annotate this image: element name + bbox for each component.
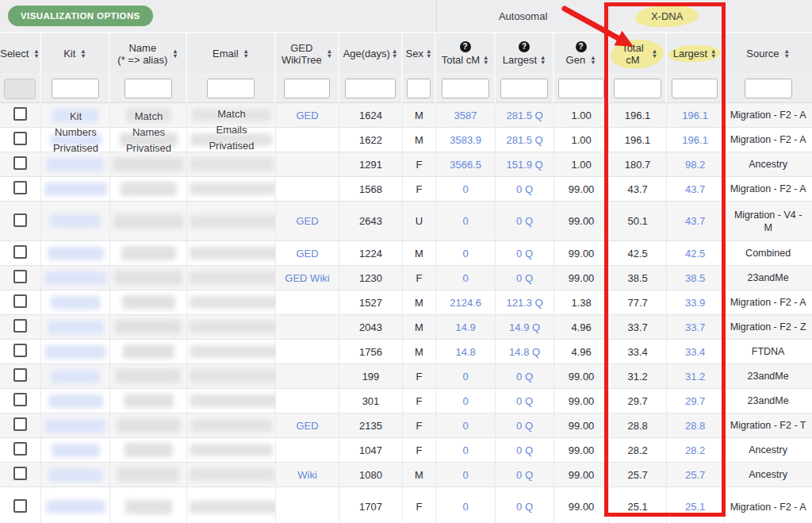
filter-input-kit[interactable] <box>52 79 99 98</box>
sort-icon[interactable]: ▲▼ <box>80 49 86 58</box>
row-select-checkbox[interactable] <box>13 213 27 227</box>
row-select-checkbox[interactable] <box>13 270 27 283</box>
autosomal-total-cm-link[interactable]: 0 <box>462 501 468 513</box>
xdna-largest-link[interactable]: 98.2 <box>685 159 705 171</box>
row-select-checkbox[interactable] <box>13 319 27 333</box>
autosomal-largest-link[interactable]: 0 Q <box>516 248 533 260</box>
xdna-largest-link[interactable]: 196.1 <box>682 134 708 146</box>
sort-icon[interactable]: ▲▼ <box>33 49 39 58</box>
column-header-email[interactable]: Email ▲▼ <box>187 33 276 75</box>
autosomal-total-cm-link[interactable]: 2124.6 <box>450 297 481 309</box>
autosomal-total-cm-link[interactable]: 0 <box>462 183 468 195</box>
autosomal-total-cm-link[interactable]: 0 <box>462 469 468 481</box>
xdna-largest-link[interactable]: 28.8 <box>685 420 705 432</box>
xdna-largest-link[interactable]: 28.2 <box>685 444 705 456</box>
xdna-largest-link[interactable]: 43.7 <box>685 183 705 195</box>
filter-input-email[interactable] <box>207 79 255 98</box>
autosomal-largest-link[interactable]: 0 Q <box>516 215 533 227</box>
row-select-checkbox[interactable] <box>13 442 27 456</box>
column-header-sex[interactable]: Sex ▲▼ <box>403 33 436 75</box>
filter-input-ged-wikitree[interactable] <box>284 79 330 98</box>
column-header-gen[interactable]: ? Gen ▲▼ <box>554 33 609 75</box>
row-select-checkbox[interactable] <box>13 344 27 357</box>
ged-wikitree-link[interactable]: GED <box>296 215 318 227</box>
column-header-xdna-total-cm[interactable]: Total cM ▲▼ <box>609 33 667 75</box>
xdna-largest-link[interactable]: 25.1 <box>685 501 705 513</box>
autosomal-largest-link[interactable]: 151.9 Q <box>506 159 542 171</box>
autosomal-total-cm-link[interactable]: 0 <box>462 272 468 284</box>
autosomal-largest-link[interactable]: 0 Q <box>516 469 533 481</box>
row-select-checkbox[interactable] <box>13 467 27 480</box>
row-select-checkbox[interactable] <box>13 294 27 308</box>
ged-wikitree-link[interactable]: GED <box>296 420 318 432</box>
xdna-largest-link[interactable]: 31.2 <box>685 371 705 383</box>
xdna-largest-link[interactable]: 196.1 <box>682 110 708 121</box>
filter-input-source[interactable] <box>745 79 792 98</box>
autosomal-largest-link[interactable]: 0 Q <box>516 501 533 513</box>
xdna-largest-link[interactable]: 29.7 <box>685 395 705 407</box>
help-icon[interactable]: ? <box>519 41 530 52</box>
xdna-largest-link[interactable]: 38.5 <box>685 272 705 284</box>
row-select-checkbox[interactable] <box>13 499 27 513</box>
autosomal-largest-link[interactable]: 14.8 Q <box>509 346 540 358</box>
column-header-autosomal-total-cm[interactable]: ? Total cM ▲▼ <box>436 33 496 75</box>
autosomal-total-cm-link[interactable]: 0 <box>462 444 468 456</box>
autosomal-largest-link[interactable]: 0 Q <box>516 420 533 432</box>
filter-input-xdna-largest[interactable] <box>672 79 718 98</box>
autosomal-total-cm-link[interactable]: 0 <box>462 395 468 407</box>
autosomal-total-cm-link[interactable]: 0 <box>462 248 468 260</box>
autosomal-largest-link[interactable]: 0 Q <box>516 272 533 284</box>
autosomal-total-cm-link[interactable]: 0 <box>462 371 468 383</box>
column-header-age-days[interactable]: Age(days) ▲▼ <box>339 33 403 75</box>
autosomal-largest-link[interactable]: 0 Q <box>516 371 533 383</box>
sort-icon[interactable]: ▲▼ <box>540 56 546 64</box>
ged-wikitree-link[interactable]: GED <box>296 248 318 260</box>
column-header-ged-wikitree[interactable]: GEDWikiTree ▲▼ <box>276 33 339 75</box>
autosomal-largest-link[interactable]: 0 Q <box>516 183 533 195</box>
row-select-checkbox[interactable] <box>13 132 27 145</box>
autosomal-total-cm-link[interactable]: 14.9 <box>455 321 475 333</box>
sort-icon[interactable]: ▲▼ <box>783 49 789 58</box>
sort-icon[interactable]: ▲▼ <box>590 56 596 64</box>
row-select-checkbox[interactable] <box>13 107 27 121</box>
column-header-xdna-largest[interactable]: Largest ▲▼ <box>667 33 724 75</box>
sort-icon[interactable]: ▲▼ <box>426 49 431 58</box>
xdna-largest-link[interactable]: 25.7 <box>685 469 705 481</box>
xdna-largest-link[interactable]: 33.9 <box>685 297 705 309</box>
visualization-options-button[interactable]: VISUALIZATION OPTIONS <box>8 6 153 26</box>
row-select-checkbox[interactable] <box>13 245 27 259</box>
column-header-name[interactable]: Name(* => alias) ▲▼ <box>110 33 187 75</box>
sort-icon[interactable]: ▲▼ <box>243 49 249 58</box>
filter-input-name[interactable] <box>124 79 172 98</box>
autosomal-largest-link[interactable]: 281.5 Q <box>506 134 542 146</box>
row-select-checkbox[interactable] <box>13 368 27 382</box>
ged-wikitree-link[interactable]: Wiki <box>297 469 317 481</box>
row-select-checkbox[interactable] <box>13 393 27 406</box>
help-icon[interactable]: ? <box>460 41 471 52</box>
xdna-largest-link[interactable]: 33.4 <box>685 346 705 358</box>
autosomal-total-cm-link[interactable]: 3583.9 <box>450 134 481 146</box>
ged-wikitree-link[interactable]: GED <box>296 110 318 121</box>
sort-icon[interactable]: ▲▼ <box>327 49 332 58</box>
sort-icon[interactable]: ▲▼ <box>710 49 716 58</box>
filter-input-sex[interactable] <box>407 79 431 98</box>
filter-input-autosomal-largest[interactable] <box>500 79 548 98</box>
column-header-source[interactable]: Source ▲▼ <box>724 33 812 75</box>
autosomal-total-cm-link[interactable]: 3566.5 <box>450 159 481 171</box>
help-icon[interactable]: ? <box>576 41 587 52</box>
sort-icon[interactable]: ▲▼ <box>483 56 488 64</box>
ged-wikitree-link[interactable]: GED Wiki <box>285 272 329 284</box>
row-select-checkbox[interactable] <box>13 417 27 431</box>
autosomal-total-cm-link[interactable]: 0 <box>462 215 468 227</box>
filter-input-autosomal-total-cm[interactable] <box>442 79 489 98</box>
autosomal-largest-link[interactable]: 281.5 Q <box>506 110 542 121</box>
sort-icon[interactable]: ▲▼ <box>172 49 178 58</box>
column-header-kit[interactable]: Kit ▲▼ <box>41 33 110 75</box>
filter-input-age[interactable] <box>345 79 396 98</box>
column-header-select[interactable]: Select ▲▼ <box>0 33 41 75</box>
row-select-checkbox[interactable] <box>13 181 27 194</box>
column-header-autosomal-largest[interactable]: ? Largest ▲▼ <box>496 33 554 75</box>
filter-input-xdna-total-cm[interactable] <box>614 79 661 98</box>
sort-icon[interactable]: ▲▼ <box>392 49 397 58</box>
autosomal-largest-link[interactable]: 121.3 Q <box>506 297 542 309</box>
